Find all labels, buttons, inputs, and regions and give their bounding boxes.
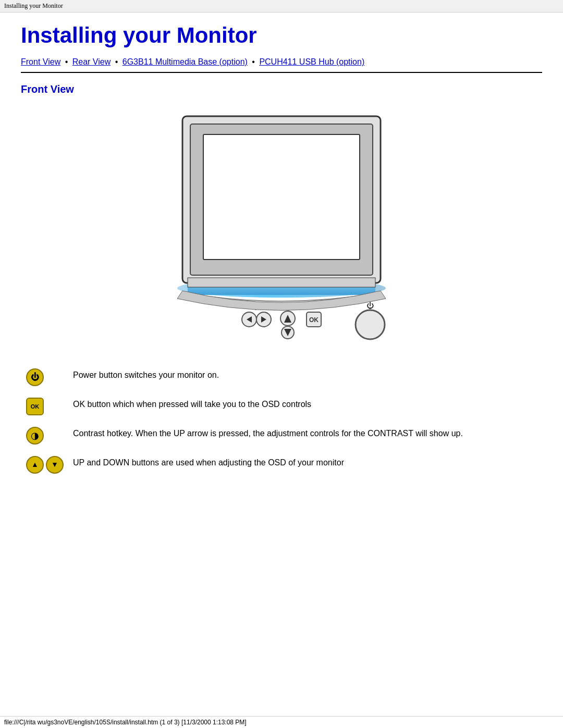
updown-buttons-icon: ▲ ▼ [26,456,64,474]
rear-view-link[interactable]: Rear View [72,57,111,66]
divider [21,72,542,73]
page-title: Installing your Monitor [21,23,542,48]
power-icon-legend [26,368,57,386]
nav-bullet-2: • [115,57,118,66]
svg-point-19 [356,310,385,339]
updown-icon-legend: ▲ ▼ [26,456,57,474]
ok-button-icon: OK [26,398,44,415]
nav-bullet-3: • [252,57,255,66]
nav-bullet-1: • [65,57,68,66]
contrast-button-icon: ◑ [26,427,44,445]
ok-button-text: OK button which when pressed will take y… [73,398,311,410]
legend-item-contrast: ◑ Contrast hotkey. When the UP arrow is … [26,427,542,445]
monitor-illustration: ✱ ◑ OK [21,106,542,348]
updown-button-text: UP and DOWN buttons are used when adjust… [73,456,344,468]
usb-hub-link[interactable]: PCUH411 USB Hub (option) [259,57,364,66]
footer: file:///C|/rita wu/gs3noVE/english/105S/… [0,716,563,728]
power-button-text: Power button switches your monitor on. [73,368,219,381]
svg-text:OK: OK [309,316,319,324]
power-button-icon [26,368,44,386]
up-arrow-icon: ▲ [26,456,44,474]
page-content: Installing your Monitor Front View • Rea… [0,13,563,495]
browser-tab: Installing your Monitor [0,0,563,13]
svg-rect-2 [203,134,360,260]
contrast-icon-legend: ◑ [26,427,57,445]
multimedia-base-link[interactable]: 6G3B11 Multimedia Base (option) [123,57,248,66]
front-view-link[interactable]: Front View [21,57,60,66]
contrast-button-text: Contrast hotkey. When the UP arrow is pr… [73,427,463,439]
down-arrow-icon: ▼ [46,456,64,474]
svg-rect-5 [188,278,375,287]
legend-item-power: Power button switches your monitor on. [26,368,542,386]
monitor-svg: ✱ ◑ OK [146,106,417,348]
nav-links: Front View • Rear View • 6G3B11 Multimed… [21,57,542,67]
section-title: Front View [21,83,542,95]
legend-item-updown: ▲ ▼ UP and DOWN buttons are used when ad… [26,456,542,474]
legend-item-ok: OK OK button which when pressed will tak… [26,398,542,415]
ok-icon-legend: OK [26,398,57,415]
legend-section: Power button switches your monitor on. O… [21,368,542,474]
